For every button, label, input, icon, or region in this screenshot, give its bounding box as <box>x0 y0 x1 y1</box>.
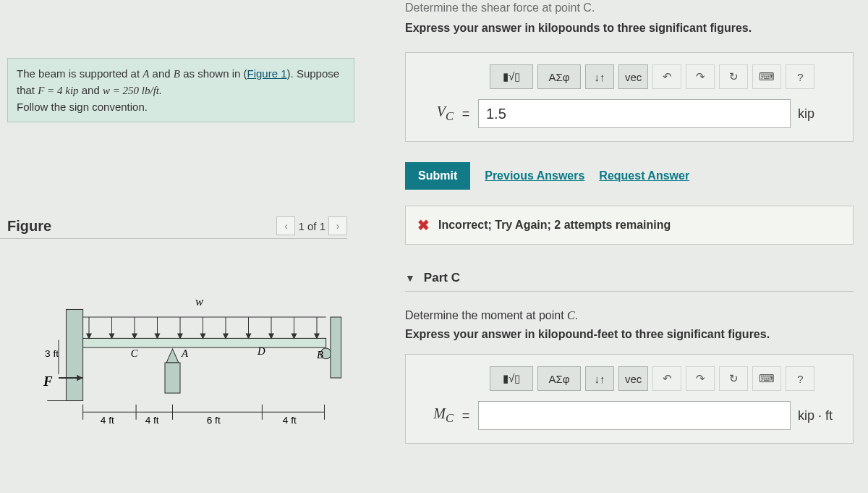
feedback-box: ✖ Incorrect; Try Again; 2 attempts remai… <box>405 206 854 245</box>
greek-button[interactable]: ΑΣφ <box>537 64 581 89</box>
partc-answer-input[interactable] <box>478 401 791 430</box>
figure-heading: Figure <box>7 218 51 235</box>
svg-marker-13 <box>178 334 182 338</box>
partc-var: MC <box>417 405 454 426</box>
equals-sign: = <box>461 408 471 424</box>
vec-button[interactable]: vec <box>618 64 648 89</box>
partb-unit: kip <box>798 106 841 122</box>
templates-button[interactable]: ▮√▯ <box>490 64 533 89</box>
figure-nav: ‹ 1 of 1 › <box>276 216 347 235</box>
svg-text:3 ft: 3 ft <box>45 348 59 359</box>
svg-text:C: C <box>131 347 138 359</box>
problem-text: The beam is supported at <box>17 67 142 80</box>
partb-toolbar: ▮√▯ ΑΣφ ↓↑ vec ↶ ↷ ↻ ⌨ ? <box>490 64 841 89</box>
figure-next-button[interactable]: › <box>328 216 347 235</box>
figure-link[interactable]: Figure 1 <box>247 67 287 80</box>
vec-button[interactable]: vec <box>618 366 648 391</box>
svg-text:B: B <box>317 349 323 361</box>
svg-marker-15 <box>200 334 205 338</box>
caret-down-icon: ▼ <box>405 272 415 284</box>
subsup-button[interactable]: ↓↑ <box>585 64 614 89</box>
equals-sign: = <box>461 106 471 122</box>
partc-instr1: Determine the moment at point C. <box>405 309 854 322</box>
partc-toolbar: ▮√▯ ΑΣφ ↓↑ vec ↶ ↷ ↻ ⌨ ? <box>490 366 841 391</box>
sign-convention: Follow the sign convention. <box>17 101 148 113</box>
partc-title: Part C <box>424 271 460 285</box>
eq-w: w = 250 lb/ft. <box>103 85 162 96</box>
help-button[interactable]: ? <box>786 64 814 89</box>
redo-button[interactable]: ↷ <box>686 64 715 89</box>
keyboard-button[interactable]: ⌨ <box>752 64 781 89</box>
svg-rect-1 <box>67 310 83 401</box>
help-button[interactable]: ? <box>786 366 814 391</box>
var-B: B <box>174 68 180 80</box>
svg-rect-30 <box>331 317 341 378</box>
problem-statement: The beam is supported at A and B as show… <box>7 58 354 122</box>
incorrect-icon: ✖ <box>417 216 430 234</box>
partb-instr1: Determine the shear force at point C. <box>405 1 854 14</box>
eq-F: F = 4 kip <box>38 85 78 96</box>
figure-divider <box>0 238 347 239</box>
feedback-text: Incorrect; Try Again; 2 attempts remaini… <box>438 219 671 232</box>
request-answer-link[interactable]: Request Answer <box>599 169 689 182</box>
partc-instr2: Express your answer in kilopound-feet to… <box>405 328 854 341</box>
partb-answer-input[interactable] <box>478 99 791 128</box>
svg-marker-19 <box>246 334 250 338</box>
svg-text:D: D <box>257 346 265 358</box>
svg-text:F: F <box>43 374 53 389</box>
subsup-button[interactable]: ↓↑ <box>585 366 614 391</box>
submit-button[interactable]: Submit <box>405 162 470 190</box>
svg-marker-27 <box>166 349 179 363</box>
undo-button[interactable]: ↶ <box>652 64 681 89</box>
beam-figure: w C A D B 3 ft F <box>43 261 347 434</box>
svg-marker-9 <box>132 334 137 338</box>
previous-answers-link[interactable]: Previous Answers <box>485 169 584 182</box>
partc-unit: kip · ft <box>798 408 841 424</box>
svg-text:4 ft: 4 ft <box>145 415 159 426</box>
svg-text:4 ft: 4 ft <box>101 415 114 426</box>
svg-text:6 ft: 6 ft <box>207 415 221 426</box>
svg-marker-11 <box>155 334 159 338</box>
svg-text:A: A <box>181 347 189 359</box>
templates-button[interactable]: ▮√▯ <box>490 366 533 391</box>
partc-header[interactable]: ▼ Part C <box>405 271 854 292</box>
undo-button[interactable]: ↶ <box>652 366 681 391</box>
svg-marker-7 <box>109 334 114 338</box>
greek-button[interactable]: ΑΣφ <box>537 366 581 391</box>
svg-marker-5 <box>87 334 91 338</box>
redo-button[interactable]: ↷ <box>686 366 715 391</box>
figure-prev-button[interactable]: ‹ <box>276 216 295 235</box>
svg-marker-23 <box>292 334 296 338</box>
svg-rect-28 <box>165 363 180 393</box>
svg-marker-21 <box>269 334 273 338</box>
partb-instr2: Express your answer in kilopounds to thr… <box>405 22 854 35</box>
partb-answer-panel: ▮√▯ ΑΣφ ↓↑ vec ↶ ↷ ↻ ⌨ ? VC = kip <box>405 52 854 142</box>
figure-counter: 1 of 1 <box>298 220 326 232</box>
svg-marker-25 <box>315 334 319 338</box>
keyboard-button[interactable]: ⌨ <box>752 366 781 391</box>
svg-text:w: w <box>195 295 204 309</box>
partc-answer-panel: ▮√▯ ΑΣφ ↓↑ vec ↶ ↷ ↻ ⌨ ? MC = kip · ft <box>405 354 854 444</box>
partb-var: VC <box>417 104 454 124</box>
reset-button[interactable]: ↻ <box>719 64 748 89</box>
svg-marker-17 <box>224 334 228 338</box>
reset-button[interactable]: ↻ <box>719 366 748 391</box>
svg-rect-2 <box>83 339 326 348</box>
svg-text:4 ft: 4 ft <box>283 415 297 426</box>
